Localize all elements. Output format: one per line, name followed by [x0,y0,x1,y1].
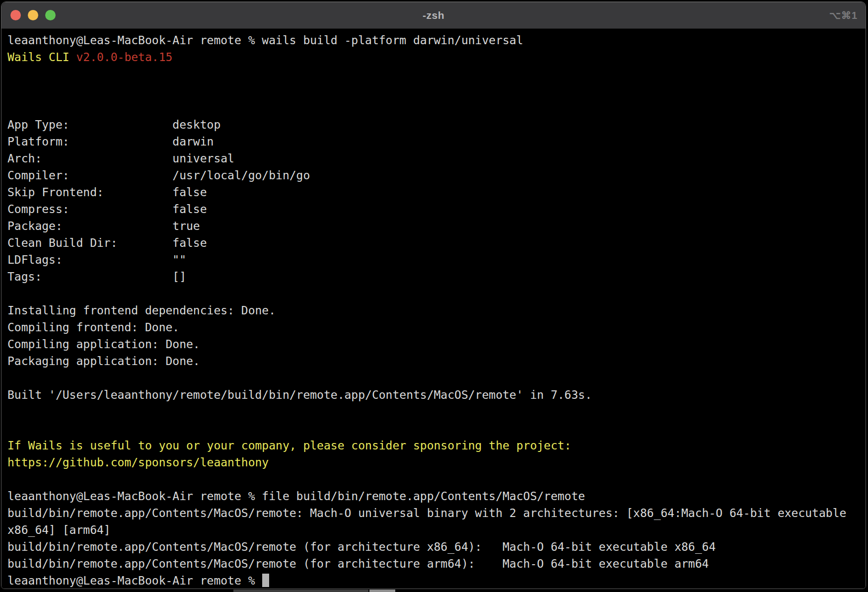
terminal-text-segment: Wails CLI [7,51,76,64]
terminal-text-segment: Compiler: /usr/local/go/bin/go [7,169,310,182]
terminal-line: build/bin/remote.app/Contents/MacOS/remo… [7,555,866,572]
terminal-line [7,370,866,386]
terminal-text-segment: Packaging application: Done. [7,355,200,368]
terminal-line [7,66,866,82]
terminal-window: -zsh ⌥⌘1 leaanthony@Leas-MacBook-Air rem… [1,1,866,589]
terminal-line [7,471,866,488]
terminal-line [7,82,866,99]
terminal-line: Packaging application: Done. [7,353,866,370]
terminal-line [7,403,866,420]
terminal-text-segment: build/bin/remote.app/Contents/MacOS/remo… [7,540,716,553]
terminal-text-segment: If Wails is useful to you or your compan… [7,439,571,452]
terminal-line [7,285,866,302]
traffic-lights [10,2,56,28]
window-shortcut-badge: ⌥⌘1 [829,2,858,28]
terminal-line: build/bin/remote.app/Contents/MacOS/remo… [7,505,866,521]
zoom-button[interactable] [45,10,56,20]
terminal-line: Built '/Users/leaanthony/remote/build/bi… [7,386,866,403]
terminal-line: Clean Build Dir: false [7,234,866,251]
terminal-text-segment: Installing frontend dependencies: Done. [7,304,276,317]
terminal-text-segment: Compress: false [7,203,207,216]
terminal-text-segment: Compiling application: Done. [7,338,200,351]
terminal-line: LDFlags: "" [7,251,866,268]
terminal-text-segment: build/bin/remote.app/Contents/MacOS/remo… [7,507,846,519]
terminal-screen[interactable]: leaanthony@Leas-MacBook-Air remote % wai… [1,29,866,589]
background-window-fragment [233,590,368,592]
terminal-text-segment: Package: true [7,220,200,232]
terminal-text-segment: leaanthony@Leas-MacBook-Air remote % fil… [7,490,585,503]
close-button[interactable] [10,10,21,20]
background-window-fragment [369,590,395,592]
terminal-text-segment: Built '/Users/leaanthony/remote/build/bi… [7,388,592,401]
terminal-line: Compiling frontend: Done. [7,319,866,336]
terminal-text-segment: Arch: universal [7,152,234,165]
terminal-text-segment: v2.0.0-beta.15 [76,51,172,64]
desktop-background: -zsh ⌥⌘1 leaanthony@Leas-MacBook-Air rem… [0,0,868,592]
terminal-text-segment: leaanthony@Leas-MacBook-Air remote % [7,574,262,587]
terminal-text-segment: Clean Build Dir: false [7,236,207,249]
terminal-text-segment: App Type: desktop [7,118,220,131]
terminal-line: Platform: darwin [7,133,866,150]
terminal-text-segment: Tags: [] [7,270,186,283]
terminal-line: build/bin/remote.app/Contents/MacOS/remo… [7,538,866,555]
terminal-line: Package: true [7,218,866,234]
terminal-text-segment: leaanthony@Leas-MacBook-Air remote % wai… [7,34,523,47]
terminal-text-segment: Platform: darwin [7,135,214,148]
terminal-text-segment: x86_64] [arm64] [7,523,111,536]
text-cursor [262,574,269,587]
terminal-text-segment: Skip Frontend: false [7,186,207,199]
terminal-line: Installing frontend dependencies: Done. [7,302,866,319]
terminal-line: If Wails is useful to you or your compan… [7,437,866,454]
minimize-button[interactable] [28,10,38,20]
window-title: -zsh [1,9,866,21]
terminal-line: Tags: [] [7,268,866,285]
terminal-text-segment: https://github.com/sponsors/leaanthony [7,456,269,469]
terminal-line: leaanthony@Leas-MacBook-Air remote % wai… [7,32,866,49]
terminal-line: Wails CLI v2.0.0-beta.15 [7,49,866,66]
terminal-line: App Type: desktop [7,116,866,133]
terminal-line: Arch: universal [7,150,866,167]
sponsor-link[interactable]: https://github.com/sponsors/leaanthony [7,454,866,471]
terminal-text-segment: LDFlags: "" [7,253,186,266]
terminal-text-segment: build/bin/remote.app/Contents/MacOS/remo… [7,557,709,570]
terminal-line: Compress: false [7,201,866,218]
terminal-line: leaanthony@Leas-MacBook-Air remote % [7,572,866,589]
terminal-line: x86_64] [arm64] [7,521,866,538]
terminal-line: Skip Frontend: false [7,184,866,201]
terminal-line: leaanthony@Leas-MacBook-Air remote % fil… [7,488,866,505]
terminal-line: Compiling application: Done. [7,336,866,353]
terminal-line [7,99,866,116]
terminal-line [7,420,866,437]
terminal-line: Compiler: /usr/local/go/bin/go [7,167,866,184]
terminal-text-segment: Compiling frontend: Done. [7,321,179,334]
window-titlebar[interactable]: -zsh ⌥⌘1 [1,2,866,29]
